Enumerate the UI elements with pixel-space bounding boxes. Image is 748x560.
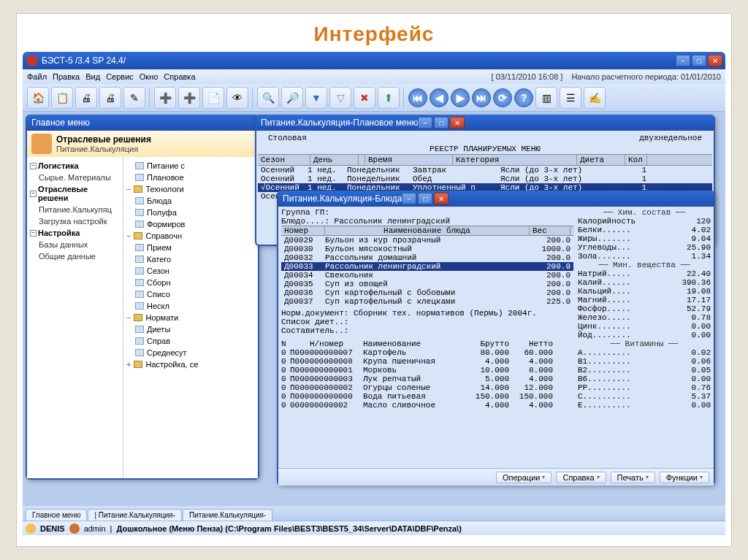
mm-section: Отраслевые решения: [56, 134, 151, 145]
tb-copy-icon[interactable]: 📋: [51, 87, 73, 109]
app-window: БЭСТ-5 /3.4 SP 24.4/ − □ ✕ Файл Правка В…: [23, 52, 725, 519]
norm-doc: Норм.документ: Сборник тех. нормативов (…: [281, 309, 573, 318]
app-title: БЭСТ-5 /3.4 SP 24.4/: [42, 55, 126, 66]
mm-subsection: Питание.Калькуляция: [56, 145, 138, 153]
plan-left-label: Столовая: [268, 134, 639, 142]
tb-find-icon[interactable]: 🔍: [257, 87, 279, 109]
dish-name: Блюдо....: Рассольник ленинградский: [281, 217, 573, 226]
tb-delete-icon[interactable]: ✖: [354, 87, 375, 109]
dish-footer: Операции Справка Печать Функции: [278, 468, 714, 486]
menu-help[interactable]: Справка: [164, 72, 195, 81]
tb-edit-icon[interactable]: ✎: [123, 87, 145, 109]
main-menu-window: Главное меню Отраслевые решения Питание.…: [26, 115, 259, 480]
plan-right-label: двухнедельное: [639, 134, 702, 142]
menu-edit[interactable]: Правка: [53, 72, 80, 81]
functions-button[interactable]: Функции: [660, 472, 709, 483]
nav-tree[interactable]: −ЛогистикаСырье. Материалы−Отраслевые ре…: [27, 157, 123, 478]
close-button[interactable]: ✕: [434, 193, 449, 204]
slide-title: Интерфейс: [23, 23, 725, 46]
status-admin: admin: [84, 524, 106, 533]
document-tabs: Главное меню | Питание.Калькуляция- Пита…: [23, 506, 725, 521]
tab-main-menu[interactable]: Главное меню: [26, 509, 87, 521]
maximize-button[interactable]: □: [434, 117, 449, 129]
toolbar-separator: [149, 87, 150, 109]
period: Начало расчетного периода: 01/01/2010: [571, 72, 721, 81]
menubar: Файл Правка Вид Сервис Окно Справка [ 03…: [23, 69, 725, 84]
plan-title: Питание.Калькуляция-Плановое меню: [261, 118, 418, 128]
tb-add-icon[interactable]: ➕: [154, 87, 176, 109]
main-menu-titlebar: Главное меню: [27, 115, 258, 131]
plan-header: РЕЕСТР ПЛАНИРУЕМЫХ МЕНЮ: [258, 144, 712, 154]
close-button[interactable]: ✕: [708, 55, 722, 66]
dish-title: Питание.Калькуляция-Блюда: [283, 193, 402, 204]
toolbar: 🏠 📋 🖨 🖨 ✎ ➕ ➕ 📄 👁 🔍 🔎 ▼ ▽ ✖ ⬆ ⏮ ◀ ▶ ⏭ ⟳ …: [23, 84, 725, 112]
status-db: Дошкольное (Меню Пенза) (C:\Program File…: [116, 524, 461, 533]
tb-refresh-icon[interactable]: ⟳: [493, 88, 512, 107]
tb-list-icon[interactable]: ☰: [560, 87, 581, 109]
workspace: Главное меню Отраслевые решения Питание.…: [23, 112, 725, 506]
tb-last-icon[interactable]: ⏭: [472, 88, 491, 107]
ingredient-table[interactable]: 0П000000000007Картофель80.00060.0000П000…: [281, 348, 573, 410]
menu-file[interactable]: Файл: [27, 72, 47, 81]
composer: Составитель..:: [281, 326, 573, 335]
nutrition-panel: ── Хим. состав ── Калорийность120Белки..…: [578, 208, 711, 410]
datetime: [ 03/11/2010 16:08 ]: [492, 72, 563, 81]
toolbar-separator: [403, 87, 405, 109]
dish-titlebar: Питание.Калькуляция-Блюда − □ ✕: [278, 191, 714, 207]
menu-service[interactable]: Сервис: [106, 72, 134, 81]
tab-dish[interactable]: Питание.Калькуляция-: [183, 509, 272, 521]
titlebar: БЭСТ-5 /3.4 SP 24.4/ − □ ✕: [23, 52, 725, 69]
app-icon: [27, 55, 37, 66]
close-button[interactable]: ✕: [450, 117, 465, 129]
ingredient-columns: NН/номерНаименованиеБруттоНетто: [281, 340, 573, 348]
tb-prev-icon[interactable]: ◀: [430, 88, 449, 107]
branch-icon: [31, 134, 52, 154]
dish-group: Группа ГП:: [281, 208, 573, 217]
menu-view[interactable]: Вид: [85, 72, 100, 81]
maximize-button[interactable]: □: [418, 193, 432, 204]
tb-add2-icon[interactable]: ➕: [178, 87, 200, 109]
statusbar: DENIS admin | Дошкольное (Меню Пенза) (C…: [23, 521, 725, 535]
tb-filter-clear-icon[interactable]: ▽: [329, 87, 351, 109]
tb-report-icon[interactable]: 📄: [202, 87, 224, 109]
main-menu-title: Главное меню: [31, 118, 90, 128]
tb-export-icon[interactable]: ⬆: [378, 87, 400, 109]
print-button[interactable]: Печать: [611, 472, 655, 483]
mm-header: Отраслевые решения Питание.Калькуляция: [27, 131, 258, 157]
toolbar-separator: [252, 87, 253, 109]
plan-columns: СезонДеньВремяКатегорияДиетаКол: [258, 154, 712, 166]
tab-plan[interactable]: | Питание.Калькуляция-: [88, 509, 182, 521]
tb-first-icon[interactable]: ⏮: [408, 88, 427, 107]
nav-list[interactable]: Питание сПлановое−ТехнологиБлюдаПолуфаФо…: [123, 157, 258, 478]
maximize-button[interactable]: □: [692, 55, 706, 66]
help-button[interactable]: Справка: [556, 472, 606, 483]
minimize-button[interactable]: −: [676, 55, 690, 66]
tb-filter-icon[interactable]: ▼: [305, 87, 327, 109]
menu-window[interactable]: Окно: [140, 72, 159, 81]
plan-titlebar: Питание.Калькуляция-Плановое меню − □ ✕: [256, 115, 714, 131]
tb-home-icon[interactable]: 🏠: [27, 87, 49, 109]
dish-window: Питание.Калькуляция-Блюда − □ ✕ Группа Г…: [277, 191, 715, 486]
tb-next-icon[interactable]: ▶: [451, 88, 470, 107]
dish-table[interactable]: Д00029Бульон из кур прозрачный200.0Д0003…: [281, 236, 573, 306]
tb-window-icon[interactable]: ▥: [535, 87, 557, 109]
minimize-button[interactable]: −: [418, 117, 432, 129]
tb-findnext-icon[interactable]: 🔎: [281, 87, 303, 109]
tb-sign-icon[interactable]: ✍: [584, 87, 606, 109]
tb-printer-icon[interactable]: 🖨: [99, 87, 121, 109]
tb-print-icon[interactable]: 🖨: [75, 87, 97, 109]
admin-icon: [69, 523, 80, 534]
diet-list: Список диет..:: [281, 318, 573, 326]
tb-view-icon[interactable]: 👁: [226, 87, 248, 109]
user-icon: [26, 523, 36, 534]
minimize-button[interactable]: −: [402, 193, 416, 204]
dish-columns: НомерНаименование блюдаВес: [281, 226, 573, 236]
status-user: DENIS: [40, 524, 65, 533]
operations-button[interactable]: Операции: [496, 472, 552, 483]
tb-help-icon[interactable]: ?: [514, 88, 533, 107]
